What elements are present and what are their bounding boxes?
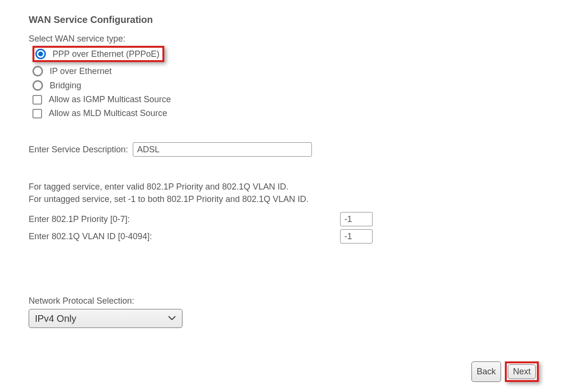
radio-option-pppoe[interactable]: PPP over Ethernet (PPPoE): [32, 46, 164, 62]
radio-label: Bridging: [50, 81, 81, 91]
help-line-2: For untagged service, set -1 to both 802…: [29, 193, 548, 205]
radio-label: PPP over Ethernet (PPPoE): [53, 49, 160, 59]
help-text: For tagged service, enter valid 802.1P P…: [29, 180, 548, 205]
checkbox-icon: [32, 95, 42, 105]
priority-label: Enter 802.1P Priority [0-7]:: [29, 214, 130, 224]
checkbox-mld-multicast[interactable]: Allow as MLD Multicast Source: [32, 108, 548, 118]
service-description-label: Enter Service Description:: [29, 145, 128, 155]
radio-icon: [32, 66, 43, 76]
back-button[interactable]: Back: [471, 361, 501, 382]
checkbox-igmp-multicast[interactable]: Allow as IGMP Multicast Source: [32, 95, 548, 105]
service-type-label: Select WAN service type:: [29, 34, 548, 44]
checkbox-icon: [32, 109, 42, 118]
vlan-row: Enter 802.1Q VLAN ID [0-4094]:: [29, 229, 373, 244]
vlan-label: Enter 802.1Q VLAN ID [0-4094]:: [29, 232, 152, 242]
vlan-input[interactable]: [340, 229, 373, 244]
protocol-label: Network Protocal Selection:: [29, 296, 548, 306]
protocol-block: Network Protocal Selection: IPv4 Only: [29, 296, 548, 328]
next-button[interactable]: Next: [508, 364, 536, 379]
service-description-input[interactable]: [133, 142, 312, 157]
page-title: WAN Service Configuration: [29, 14, 548, 25]
radio-option-bridging[interactable]: Bridging: [32, 80, 548, 91]
next-button-highlight: Next: [505, 361, 539, 382]
button-row: Back Next: [29, 361, 548, 382]
priority-row: Enter 802.1P Priority [0-7]:: [29, 212, 373, 226]
radio-icon: [32, 80, 43, 91]
checkbox-label: Allow as MLD Multicast Source: [49, 108, 167, 118]
protocol-select[interactable]: IPv4 Only: [29, 309, 182, 328]
radio-icon: [35, 49, 46, 59]
service-description-row: Enter Service Description:: [29, 142, 548, 157]
priority-input[interactable]: [340, 212, 373, 226]
help-line-1: For tagged service, enter valid 802.1P P…: [29, 180, 548, 193]
wan-service-config-page: WAN Service Configuration Select WAN ser…: [0, 0, 577, 392]
service-type-radio-group: PPP over Ethernet (PPPoE) IP over Ethern…: [32, 47, 548, 118]
checkbox-label: Allow as IGMP Multicast Source: [49, 95, 171, 105]
radio-label: IP over Ethernet: [50, 66, 112, 76]
protocol-selected-value: IPv4 Only: [35, 313, 76, 324]
radio-option-ipoe[interactable]: IP over Ethernet: [32, 66, 548, 76]
